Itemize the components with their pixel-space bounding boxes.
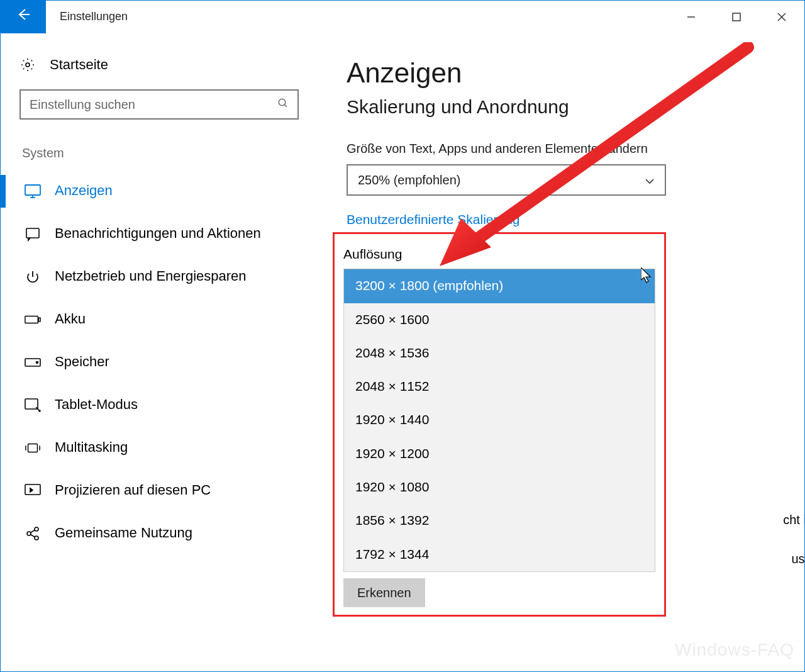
svg-rect-8	[25, 185, 40, 195]
svg-rect-13	[38, 318, 40, 322]
background-text: cht immer t der ustellen.	[650, 510, 804, 569]
svg-point-5	[26, 63, 30, 67]
custom-scaling-link[interactable]: Benutzerdefinierte Skalierung	[347, 211, 779, 228]
resolution-option[interactable]: 3200 × 1800 (empfohlen)	[344, 269, 655, 303]
close-icon	[777, 12, 787, 22]
multitasking-icon	[25, 440, 41, 456]
sidebar-item-label: Speicher	[55, 353, 109, 371]
maximize-icon	[732, 13, 741, 21]
svg-point-24	[35, 536, 38, 540]
power-icon	[25, 269, 41, 285]
sidebar-item-multitasking[interactable]: Multitasking	[19, 427, 310, 469]
window-controls	[669, 1, 804, 33]
svg-rect-18	[28, 444, 38, 452]
svg-point-23	[35, 527, 38, 531]
chevron-down-icon	[645, 172, 655, 188]
svg-rect-11	[26, 228, 39, 238]
sidebar-item-label: Netzbetrieb und Energiesparen	[55, 267, 247, 286]
svg-rect-12	[25, 316, 38, 323]
sidebar-item-power[interactable]: Netzbetrieb und Energiesparen	[19, 255, 310, 298]
search-input[interactable]: Einstellung suchen	[19, 89, 299, 120]
maximize-button[interactable]	[714, 1, 759, 33]
storage-icon	[25, 354, 41, 371]
sidebar: Startseite Einstellung suchen System Anz…	[1, 33, 310, 671]
search-icon	[277, 96, 289, 113]
svg-line-25	[31, 530, 35, 532]
svg-point-15	[36, 361, 38, 363]
sidebar-item-label: Benachrichtigungen und Aktionen	[55, 225, 261, 243]
svg-line-26	[31, 534, 35, 537]
sidebar-home[interactable]: Startseite	[19, 56, 310, 74]
svg-line-7	[284, 104, 287, 107]
sidebar-item-label: Tablet-Modus	[55, 396, 138, 414]
resolution-option[interactable]: 2560 × 1600	[344, 303, 655, 337]
search-placeholder: Einstellung suchen	[30, 96, 135, 113]
page-title: Anzeigen	[347, 55, 779, 91]
title-bar: Einstellungen	[1, 1, 804, 33]
sidebar-item-storage[interactable]: Speicher	[19, 341, 310, 384]
sidebar-item-label: Gemeinsame Nutzung	[55, 524, 192, 542]
monitor-icon	[25, 183, 41, 199]
resolution-label: Auflösung	[343, 245, 655, 262]
sidebar-group-label: System	[19, 145, 310, 161]
svg-point-6	[279, 99, 286, 106]
battery-icon	[25, 311, 41, 328]
resolution-option[interactable]: 1920 × 1080	[344, 471, 655, 504]
sidebar-item-notifications[interactable]: Benachrichtigungen und Aktionen	[19, 213, 310, 255]
tablet-icon	[25, 397, 41, 413]
close-button[interactable]	[759, 1, 804, 33]
resolution-option[interactable]: 1920 × 1200	[344, 437, 655, 471]
sidebar-item-display[interactable]: Anzeigen	[19, 170, 310, 213]
notifications-icon	[25, 226, 41, 242]
watermark: Windows-FAQ	[675, 639, 794, 661]
sidebar-item-project[interactable]: Projizieren auf diesen PC	[19, 469, 310, 512]
sidebar-item-label: Projizieren auf diesen PC	[55, 481, 211, 500]
gear-icon	[19, 57, 36, 73]
main-panel: Anzeigen Skalierung und Anordnung Größe …	[310, 33, 804, 671]
minimize-button[interactable]	[669, 1, 714, 33]
sidebar-item-label: Akku	[55, 310, 86, 328]
resolution-highlight-box: Auflösung 3200 × 1800 (empfohlen) 2560 ×…	[333, 232, 666, 617]
sidebar-home-label: Startseite	[50, 56, 108, 74]
svg-rect-2	[733, 13, 740, 21]
project-icon	[25, 483, 41, 499]
window-title: Einstellungen	[46, 1, 128, 33]
resolution-option[interactable]: 2048 × 1152	[344, 370, 655, 403]
resolution-option[interactable]: 1856 × 1392	[344, 504, 655, 537]
svg-point-22	[27, 532, 31, 535]
detect-button[interactable]: Erkennen	[343, 578, 425, 607]
section-title: Skalierung und Anordnung	[347, 94, 779, 119]
minimize-icon	[686, 12, 696, 22]
resolution-dropdown-list[interactable]: 3200 × 1800 (empfohlen) 2560 × 1600 2048…	[343, 269, 655, 572]
resolution-option[interactable]: 1792 × 1344	[344, 538, 655, 571]
sidebar-item-shared[interactable]: Gemeinsame Nutzung	[19, 512, 310, 555]
sidebar-item-tablet[interactable]: Tablet-Modus	[19, 384, 310, 427]
sidebar-item-label: Anzeigen	[55, 182, 113, 200]
sidebar-item-battery[interactable]: Akku	[19, 298, 310, 341]
arrow-left-icon	[16, 7, 31, 26]
resolution-option[interactable]: 1920 × 1440	[344, 403, 655, 437]
sidebar-item-label: Multitasking	[55, 439, 128, 457]
resolution-option[interactable]: 2048 × 1536	[344, 337, 655, 370]
scale-dropdown[interactable]: 250% (empfohlen)	[347, 164, 666, 196]
back-button[interactable]	[1, 1, 46, 33]
scale-label: Größe von Text, Apps und anderen Element…	[347, 140, 779, 157]
share-icon	[25, 525, 41, 542]
scale-value: 250% (empfohlen)	[358, 172, 460, 188]
